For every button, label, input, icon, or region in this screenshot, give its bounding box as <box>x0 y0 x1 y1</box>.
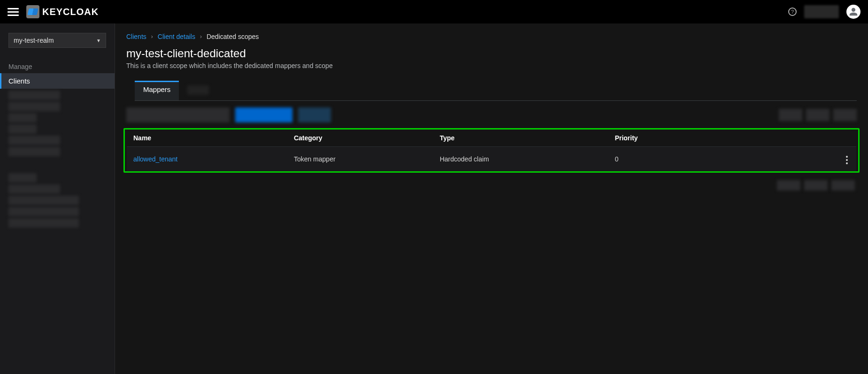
pagination-control-redacted[interactable] <box>777 180 800 191</box>
sidebar-section-redacted <box>8 173 37 183</box>
toolbar-right-redacted[interactable] <box>833 109 857 121</box>
sidebar-item-redacted[interactable] <box>8 91 60 100</box>
toolbar-right-redacted[interactable] <box>806 109 830 121</box>
chevron-right-icon: › <box>151 33 153 40</box>
sidebar-item-redacted[interactable] <box>8 113 37 122</box>
col-header-type[interactable]: Type <box>433 130 608 147</box>
mappers-table-highlight: Name Category Type Priority allowed_tena… <box>123 128 860 173</box>
avatar[interactable] <box>846 5 860 19</box>
col-header-priority[interactable]: Priority <box>608 130 813 147</box>
pagination-redacted <box>126 173 857 198</box>
pagination-control-redacted[interactable] <box>831 180 855 191</box>
mapper-type: Hardcoded claim <box>433 147 608 171</box>
sidebar-item-redacted[interactable] <box>8 136 60 145</box>
sidebar-item-redacted[interactable] <box>8 124 37 134</box>
col-header-category[interactable]: Category <box>287 130 433 147</box>
top-bar: KEYCLOAK ? <box>0 0 868 23</box>
brand-text: KEYCLOAK <box>42 7 99 17</box>
breadcrumb-clients[interactable]: Clients <box>126 33 146 40</box>
sidebar-item-redacted[interactable] <box>8 207 79 216</box>
sidebar: my-test-realm ▼ Manage Clients <box>0 23 115 374</box>
table-row: allowed_tenant Token mapper Hardcoded cl… <box>127 147 856 171</box>
sidebar-item-redacted[interactable] <box>8 102 60 111</box>
chevron-right-icon: › <box>200 33 202 40</box>
logo[interactable]: KEYCLOAK <box>26 5 99 18</box>
table-toolbar <box>126 101 857 129</box>
mapper-category: Token mapper <box>287 147 433 171</box>
toolbar-control-redacted[interactable] <box>126 107 230 122</box>
kebab-menu-icon[interactable] <box>844 154 850 166</box>
main: Clients › Client details › Dedicated sco… <box>115 23 868 374</box>
mappers-table: Name Category Type Priority allowed_tena… <box>127 130 856 171</box>
sidebar-item-clients[interactable]: Clients <box>0 73 115 89</box>
col-header-name[interactable]: Name <box>127 130 287 147</box>
realm-selected: my-test-realm <box>14 37 54 44</box>
tab-label: Mappers <box>143 85 170 93</box>
sidebar-item-redacted[interactable] <box>8 196 79 205</box>
mapper-name-link[interactable]: allowed_tenant <box>133 155 177 163</box>
toolbar-right-redacted[interactable] <box>779 109 802 121</box>
tabs: Mappers <box>135 81 857 101</box>
sidebar-item-label: Clients <box>8 77 30 85</box>
caret-down-icon: ▼ <box>96 38 101 43</box>
sidebar-item-redacted[interactable] <box>8 218 79 228</box>
page-description: This is a client scope which includes th… <box>126 62 857 69</box>
toolbar-primary-button-redacted[interactable] <box>235 107 292 122</box>
tab-redacted[interactable] <box>179 81 217 100</box>
redacted-top-chip <box>804 5 839 18</box>
toolbar-link-redacted[interactable] <box>298 107 331 122</box>
breadcrumb: Clients › Client details › Dedicated sco… <box>126 33 857 40</box>
pagination-control-redacted[interactable] <box>804 180 828 191</box>
logo-badge-icon <box>26 5 39 18</box>
help-icon[interactable]: ? <box>788 8 797 16</box>
page-title: my-test-client-dedicated <box>126 47 857 60</box>
user-icon <box>849 7 858 16</box>
sidebar-section-manage: Manage <box>0 59 115 73</box>
breadcrumb-client-details[interactable]: Client details <box>158 33 195 40</box>
mapper-priority: 0 <box>608 147 813 171</box>
breadcrumb-current: Dedicated scopes <box>207 33 259 40</box>
sidebar-item-redacted[interactable] <box>8 184 60 194</box>
tab-mappers[interactable]: Mappers <box>135 81 179 100</box>
hamburger-icon[interactable] <box>8 6 19 17</box>
realm-selector[interactable]: my-test-realm ▼ <box>8 33 106 48</box>
sidebar-item-redacted[interactable] <box>8 147 60 156</box>
